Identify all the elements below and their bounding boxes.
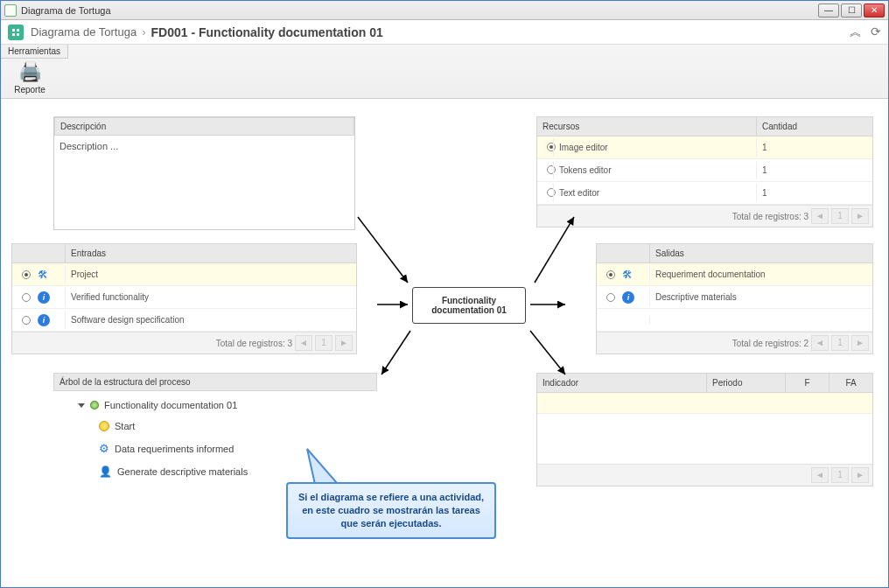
indicador-header-f: F [785, 374, 829, 392]
breadcrumb-separator: › [142, 25, 145, 38]
page-next-button[interactable]: ► [335, 335, 353, 351]
entradas-row-name: Project [65, 265, 356, 284]
maximize-button[interactable]: ☐ [841, 4, 862, 18]
wrench-icon: 🛠 [38, 269, 48, 281]
entradas-header: Entradas [65, 244, 356, 262]
refresh-icon[interactable]: ⟳ [871, 24, 881, 40]
app-window: Diagrama de Tortuga — ☐ ✕ Diagrama de To… [0, 0, 889, 588]
radio-icon[interactable] [22, 316, 31, 325]
indicador-header-fa: FA [829, 374, 872, 392]
recursos-row-name: Image editor [553, 138, 756, 157]
report-label: Reporte [8, 85, 52, 94]
ribbon-tab-tools[interactable]: Herramientas [1, 45, 68, 59]
wrench-icon: 🛠 [622, 269, 633, 281]
svg-line-4 [382, 331, 410, 374]
breadcrumb-current: FD001 - Functionality documentation 01 [151, 25, 383, 39]
tree-header: Árbol de la estructura del proceso [53, 373, 377, 391]
info-icon: i [622, 291, 634, 304]
descripcion-header: Descripción [54, 117, 354, 136]
descripcion-panel: Descripción Description ... [53, 116, 355, 230]
salidas-header-blank [597, 244, 649, 262]
svg-line-0 [358, 217, 408, 283]
table-row[interactable] [537, 393, 872, 414]
start-icon [99, 421, 109, 431]
page-number: 1 [831, 335, 849, 351]
info-icon: i [38, 291, 50, 304]
tree-root[interactable]: Functionality documentation 01 [53, 395, 377, 416]
recursos-footer: Total de registros: 3 [732, 212, 808, 221]
table-row[interactable]: Text editor 1 [537, 182, 872, 205]
expand-icon[interactable] [78, 403, 85, 408]
page-next-button[interactable]: ► [851, 467, 869, 483]
table-row[interactable]: Tokens editor 1 [537, 159, 872, 182]
descripcion-body: Description ... [54, 136, 354, 157]
close-button[interactable]: ✕ [864, 4, 885, 18]
callout: Si el diagrama se refiere a una activida… [286, 482, 496, 539]
window-title: Diagrama de Tortuga [21, 5, 818, 16]
entradas-row-name: Software design specification [65, 311, 356, 329]
recursos-row-qty: 1 [756, 138, 872, 157]
person-icon: 👤 [99, 466, 112, 478]
entradas-panel: Entradas 🛠 Project i Verified functional… [11, 243, 357, 354]
gear-icon: ⚙ [99, 442, 109, 455]
table-row[interactable]: 🛠 Project [12, 263, 356, 286]
page-prev-button[interactable]: ◄ [811, 208, 829, 224]
tree-item-label: Data requeriments informed [115, 444, 234, 454]
breadcrumb-icon [8, 24, 24, 40]
indicador-header-name: Indicador [537, 374, 706, 392]
tree-item[interactable]: Start [53, 416, 377, 437]
breadcrumb-root[interactable]: Diagrama de Tortuga [31, 25, 136, 38]
salidas-row-name: Requeriment documentation [649, 265, 872, 284]
entradas-row-name: Verified functionality [65, 288, 356, 306]
salidas-header: Salidas [649, 244, 872, 262]
page-number: 1 [831, 208, 849, 224]
table-row[interactable]: i Verified functionality [12, 286, 356, 309]
center-node: Functionality documentation 01 [412, 287, 526, 324]
workspace: Descripción Description ... Recursos Can… [1, 99, 888, 587]
minimize-button[interactable]: — [818, 4, 839, 18]
table-row[interactable]: 🛠 Requeriment documentation [597, 263, 872, 286]
recursos-row-qty: 1 [756, 184, 872, 202]
radio-icon[interactable] [606, 270, 615, 279]
breadcrumb: Diagrama de Tortuga › FD001 - Functional… [1, 20, 888, 45]
process-icon [88, 399, 101, 411]
svg-line-5 [530, 331, 565, 374]
salidas-panel: Salidas 🛠 Requeriment documentation i De… [596, 243, 873, 354]
ribbon: Herramientas 🖨️ Reporte [1, 45, 888, 99]
table-row[interactable]: Image editor 1 [537, 136, 872, 159]
entradas-footer: Total de registros: 3 [216, 339, 292, 348]
recursos-row-name: Text editor [553, 184, 756, 202]
page-number: 1 [831, 467, 849, 483]
recursos-header-name: Recursos [537, 117, 756, 136]
collapse-up-icon[interactable]: ︽ [850, 24, 862, 40]
tree-item-label: Generate descriptive materials [117, 466, 248, 477]
recursos-panel: Recursos Cantidad Image editor 1 Tokens … [536, 116, 873, 228]
table-row[interactable]: i Descriptive materials [597, 286, 872, 309]
page-number: 1 [315, 335, 332, 351]
page-next-button[interactable]: ► [851, 208, 869, 224]
tree-item-label: Start [115, 421, 135, 431]
radio-icon[interactable] [22, 270, 31, 279]
page-prev-button[interactable]: ◄ [295, 335, 312, 351]
salidas-row-name: Descriptive materials [649, 288, 872, 306]
indicador-panel: Indicador Periodo F FA ◄ 1 ► [536, 373, 873, 486]
recursos-header-qty: Cantidad [756, 117, 872, 136]
salidas-footer: Total de registros: 2 [732, 339, 808, 348]
info-icon: i [38, 314, 50, 326]
page-prev-button[interactable]: ◄ [811, 467, 829, 483]
page-next-button[interactable]: ► [851, 335, 869, 351]
titlebar: Diagrama de Tortuga — ☐ ✕ [1, 1, 888, 20]
tree-root-label: Functionality documentation 01 [104, 400, 237, 410]
report-button[interactable]: 🖨️ Reporte [8, 60, 52, 94]
page-prev-button[interactable]: ◄ [811, 335, 829, 351]
recursos-row-qty: 1 [756, 161, 872, 179]
app-icon [4, 4, 17, 17]
radio-icon[interactable] [22, 293, 31, 302]
entradas-header-blank [12, 244, 65, 262]
radio-icon[interactable] [606, 293, 615, 302]
printer-icon: 🖨️ [8, 60, 52, 83]
recursos-row-name: Tokens editor [553, 161, 756, 179]
indicador-header-periodo: Periodo [706, 374, 785, 392]
table-row[interactable]: i Software design specification [12, 309, 356, 332]
